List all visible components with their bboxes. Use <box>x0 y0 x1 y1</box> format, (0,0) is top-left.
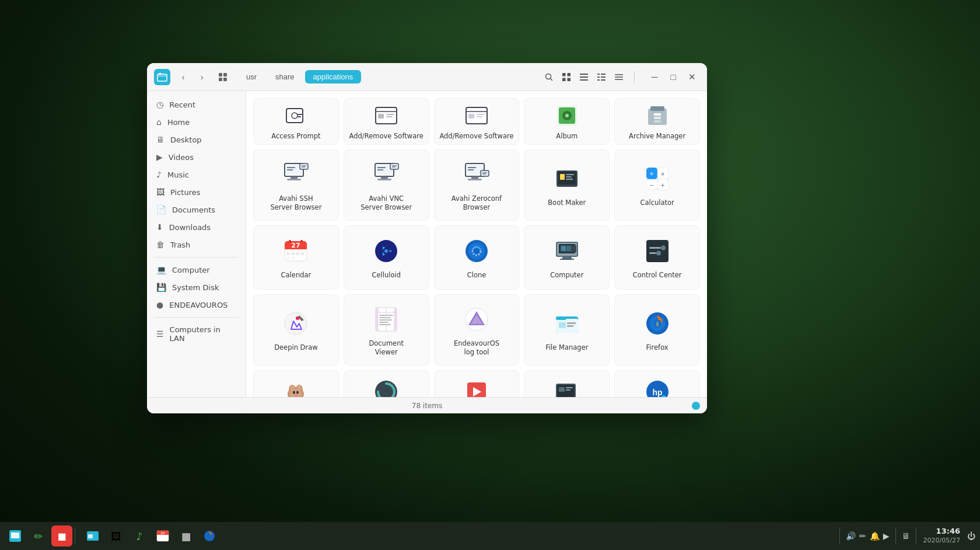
sidebar-item-downloads[interactable]: ⬇ Downloads <box>147 218 246 236</box>
clone-icon <box>461 236 492 266</box>
path-tabs: usr share applications <box>238 70 361 83</box>
sidebar-item-endeavouros[interactable]: ● ENDEAVOUROS <box>147 296 246 314</box>
app-card-celluloid[interactable]: Celluloid <box>344 225 429 290</box>
arrow-icon[interactable]: ▶ <box>883 531 890 541</box>
svg-point-6 <box>546 74 551 79</box>
svg-rect-139 <box>556 316 566 320</box>
close-button[interactable]: ✕ <box>684 69 700 85</box>
power-icon[interactable]: ⏻ <box>967 531 975 541</box>
svg-rect-21 <box>615 74 623 75</box>
pen-icon[interactable]: ✏ <box>859 531 866 541</box>
grid-view-button[interactable] <box>558 69 575 85</box>
app-card-album[interactable]: Album <box>524 98 610 145</box>
app-card-add-remove-software-2[interactable]: Add/Remove Software <box>434 98 520 145</box>
app-card-file-manager[interactable]: File Manager <box>524 294 610 365</box>
desktop: ‹ › usr share applications <box>0 0 980 550</box>
app-card-endeavouros-log[interactable]: EndeavourOSlog tool <box>434 294 520 365</box>
svg-rect-1 <box>159 73 162 75</box>
app-card-calendar[interactable]: 27 Calendar <box>253 225 339 290</box>
app-card-computer[interactable]: Computer <box>524 225 610 290</box>
recent-icon: ◷ <box>156 100 163 109</box>
sidebar-item-system-disk[interactable]: 💾 System Disk <box>147 279 246 296</box>
svg-rect-20 <box>601 79 606 81</box>
app-icon <box>154 69 170 85</box>
app-card-add-remove-software-1[interactable]: Add/Remove Software <box>344 98 429 145</box>
taskbar-center-firefox[interactable] <box>199 525 220 546</box>
calendar-icon: 27 <box>281 236 311 266</box>
app-card-app22[interactable] <box>434 370 520 397</box>
sidebar-label-music: Music <box>167 170 189 179</box>
statusbar: 78 items <box>147 397 707 413</box>
app-card-deepin-draw[interactable]: Deepin Draw <box>253 294 339 365</box>
taskbar-center-gallery[interactable]: 🖼 <box>106 525 127 546</box>
sidebar-divider-2 <box>154 317 239 318</box>
downloads-icon: ⬇ <box>156 222 163 232</box>
app-card-clone[interactable]: Clone <box>434 225 520 290</box>
app-card-hp[interactable]: hp ●●● <box>614 370 700 397</box>
svg-rect-140 <box>559 322 566 328</box>
app-card-calculator[interactable]: ÷ × − + Calculator <box>614 149 700 221</box>
sidebar-item-computers-lan[interactable]: ☰ Computers in LAN <box>147 321 246 347</box>
computer-icon: 💻 <box>156 265 166 274</box>
app-card-archive-manager[interactable]: Archive Manager <box>614 98 700 145</box>
sidebar-item-desktop[interactable]: 🖥 Desktop <box>147 131 246 148</box>
app-card-document-viewer[interactable]: DocumentViewer <box>344 294 429 365</box>
svg-rect-116 <box>646 240 668 262</box>
volume-icon[interactable]: 🔊 <box>846 531 856 541</box>
svg-rect-24 <box>286 109 303 123</box>
app21-icon <box>371 379 401 397</box>
tab-applications[interactable]: applications <box>305 70 362 83</box>
taskbar-center-calendar[interactable]: 27 <box>152 525 173 546</box>
app-card-app21[interactable] <box>344 370 429 397</box>
minimize-button[interactable]: ─ <box>646 69 663 85</box>
forward-button[interactable]: › <box>194 69 210 85</box>
sidebar-item-pictures[interactable]: 🖼 Pictures <box>147 183 246 201</box>
app-card-firefox[interactable]: Firefox <box>614 294 700 365</box>
sidebar-item-home[interactable]: ⌂ Home <box>147 113 246 131</box>
sidebar-label-endeavouros: ENDEAVOUROS <box>169 301 228 309</box>
toolbar-buttons <box>541 69 627 85</box>
app22-icon <box>461 379 492 397</box>
app-card-control-center[interactable]: Control Center <box>614 225 700 290</box>
taskbar-icon-files[interactable] <box>5 525 26 546</box>
screen-icon[interactable]: 🖥 <box>902 531 910 541</box>
app-card-gimp[interactable] <box>253 370 339 397</box>
sidebar-item-music[interactable]: ♪ Music <box>147 166 246 183</box>
app-card-avahi-zeroconf[interactable]: Avahi ZeroconfBrowser <box>434 149 520 221</box>
tab-share[interactable]: share <box>267 70 303 83</box>
view-toggle-button[interactable] <box>215 69 231 85</box>
avahi-ssh-icon <box>281 159 311 190</box>
notification-icon[interactable]: 🔔 <box>870 531 880 541</box>
list-view-button[interactable] <box>576 69 592 85</box>
maximize-button[interactable]: □ <box>665 69 681 85</box>
app-card-avahi-ssh[interactable]: Avahi SSHServer Browser <box>253 149 339 221</box>
app-card-app23[interactable] <box>524 370 610 397</box>
menu-button[interactable] <box>611 69 627 85</box>
detail-view-button[interactable] <box>593 69 610 85</box>
file-manager-app-icon <box>552 308 582 339</box>
sidebar-item-recent[interactable]: ◷ Recent <box>147 96 246 113</box>
app-label-add-remove-2: Add/Remove Software <box>439 132 513 141</box>
sidebar-item-documents[interactable]: 📄 Documents <box>147 201 246 218</box>
app-card-boot-maker[interactable]: Boot Maker <box>524 149 610 221</box>
svg-rect-27 <box>298 116 301 117</box>
app-card-avahi-vnc[interactable]: Avahi VNCServer Browser <box>344 149 429 221</box>
taskbar-center-system[interactable]: ■ <box>176 525 197 546</box>
boot-maker-icon <box>552 163 582 194</box>
svg-rect-22 <box>615 76 623 78</box>
back-button[interactable]: ‹ <box>175 69 191 85</box>
svg-rect-76 <box>560 174 565 180</box>
search-button[interactable] <box>541 69 557 85</box>
sidebar-item-videos[interactable]: ▶ Videos <box>147 148 246 166</box>
sidebar-item-trash[interactable]: 🗑 Trash <box>147 236 246 253</box>
taskbar-center-files[interactable] <box>82 525 103 546</box>
svg-rect-164 <box>566 389 570 391</box>
taskbar-center-music[interactable]: ♪ <box>129 525 150 546</box>
tab-usr[interactable]: usr <box>238 70 265 83</box>
taskbar-icon-app[interactable]: ■ <box>51 525 72 546</box>
taskbar-icon-editor[interactable]: ✏ <box>28 525 49 546</box>
app-card-access-prompt[interactable]: Access Prompt <box>253 98 339 145</box>
svg-rect-162 <box>559 387 565 392</box>
app-label-calculator: Calculator <box>640 199 674 207</box>
sidebar-item-computer[interactable]: 💻 Computer <box>147 261 246 279</box>
